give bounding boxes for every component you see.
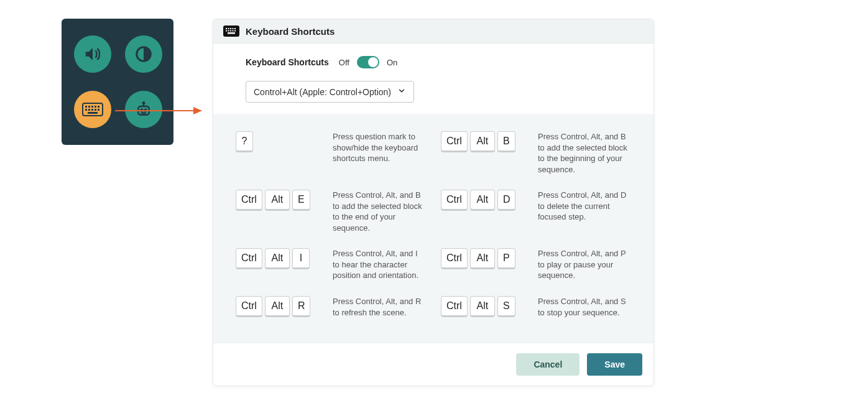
key: Alt (470, 248, 495, 269)
save-button[interactable]: Save (587, 353, 642, 376)
keyboard-icon[interactable] (74, 91, 111, 128)
svg-rect-10 (95, 109, 96, 111)
svg-rect-22 (230, 28, 231, 29)
svg-rect-4 (91, 106, 93, 108)
svg-point-17 (143, 102, 145, 104)
key: Alt (265, 296, 290, 317)
shortcut-item: Ctrl Alt S Press Control, Alt, and S to … (441, 296, 631, 318)
modal-footer: Cancel Save (213, 343, 653, 386)
svg-rect-9 (91, 109, 93, 111)
key: Ctrl (236, 296, 262, 317)
shortcut-item: Ctrl Alt I Press Control, Alt, and I to … (236, 248, 426, 281)
toggle-row: Keyboard Shortcuts Off On (246, 56, 621, 68)
svg-rect-21 (228, 28, 229, 29)
svg-rect-27 (230, 30, 231, 32)
modifier-select[interactable]: Control+Alt (Apple: Control+Option) (246, 81, 414, 103)
shortcut-item: Ctrl Alt B Press Control, Alt, and B to … (441, 131, 631, 175)
key: Ctrl (441, 296, 468, 317)
shortcuts-toggle[interactable] (357, 56, 379, 68)
modifier-select-value: Control+Alt (Apple: Control+Option) (254, 87, 391, 97)
key-combo: Ctrl Alt S (441, 296, 528, 317)
shortcut-desc: Press Control, Alt, and B to add the sel… (333, 190, 426, 233)
key-combo: Ctrl Alt P (441, 248, 528, 269)
key: I (292, 248, 310, 269)
shortcut-desc: Press Control, Alt, and B to add the sel… (538, 131, 631, 175)
key: ? (236, 131, 253, 152)
svg-rect-24 (234, 28, 236, 29)
shortcut-desc: Press Control, Alt, and D to delete the … (538, 190, 631, 223)
svg-rect-23 (233, 28, 234, 29)
shortcut-item: ? Press question mark to show/hide the k… (236, 131, 426, 175)
shortcut-item: Ctrl Alt R Press Control, Alt, and R to … (236, 296, 426, 318)
modal-title: Keyboard Shortcuts (246, 26, 335, 37)
toggle-knob (368, 57, 378, 67)
key: E (292, 190, 310, 211)
svg-rect-12 (88, 112, 98, 114)
key-combo: Ctrl Alt R (236, 296, 323, 317)
keyboard-shortcuts-modal: Keyboard Shortcuts Keyboard Shortcuts Of… (213, 19, 654, 386)
svg-rect-8 (88, 109, 90, 111)
keyboard-header-icon (223, 25, 239, 37)
shortcut-item: Ctrl Alt P Press Control, Alt, and P to … (441, 248, 631, 281)
modal-controls: Keyboard Shortcuts Off On Control+Alt (A… (213, 44, 653, 114)
svg-rect-26 (228, 30, 229, 32)
key: Ctrl (236, 248, 262, 269)
key-combo: Ctrl Alt I (236, 248, 323, 269)
toggle-label: Keyboard Shortcuts (246, 57, 329, 67)
key-combo: Ctrl Alt B (441, 131, 528, 152)
modal-header: Keyboard Shortcuts (213, 19, 653, 44)
settings-palette (62, 19, 173, 145)
key-combo: ? (236, 131, 323, 152)
key: S (497, 296, 515, 317)
shortcut-desc: Press Control, Alt, and I to hear the ch… (333, 248, 426, 281)
svg-rect-5 (95, 106, 96, 108)
svg-rect-30 (228, 32, 235, 34)
toggle-off-text: Off (339, 58, 349, 67)
shortcut-desc: Press Control, Alt, and R to refresh the… (333, 296, 426, 318)
shortcut-item: Ctrl Alt D Press Control, Alt, and D to … (441, 190, 631, 233)
svg-rect-11 (98, 109, 99, 111)
shortcuts-grid: ? Press question mark to show/hide the k… (213, 114, 653, 343)
svg-rect-7 (85, 109, 87, 111)
key: Ctrl (441, 131, 468, 152)
key-combo: Ctrl Alt D (441, 190, 528, 211)
key: Alt (265, 248, 290, 269)
toggle-on-text: On (387, 58, 397, 67)
key: Alt (470, 190, 495, 211)
shortcut-desc: Press Control, Alt, and P to play or pau… (538, 248, 631, 281)
key: P (497, 248, 515, 269)
cancel-button[interactable]: Cancel (516, 353, 579, 376)
key: R (292, 296, 311, 317)
key: Alt (265, 190, 290, 211)
key: Ctrl (236, 190, 262, 211)
svg-rect-20 (226, 28, 227, 29)
svg-rect-3 (88, 106, 90, 108)
key: D (497, 190, 516, 211)
shortcut-desc: Press question mark to show/hide the key… (333, 131, 426, 164)
key: Ctrl (441, 248, 468, 269)
key: B (497, 131, 515, 152)
contrast-icon[interactable] (125, 35, 162, 73)
key: Alt (470, 131, 495, 152)
shortcut-desc: Press Control, Alt, and S to stop your s… (538, 296, 631, 318)
svg-rect-29 (234, 30, 236, 32)
svg-marker-19 (193, 107, 202, 114)
svg-rect-6 (98, 106, 99, 108)
key-combo: Ctrl Alt E (236, 190, 323, 211)
shortcut-item: Ctrl Alt E Press Control, Alt, and B to … (236, 190, 426, 233)
svg-rect-2 (85, 106, 87, 108)
key: Alt (470, 296, 495, 317)
volume-icon[interactable] (74, 35, 111, 73)
key: Ctrl (441, 190, 468, 211)
svg-rect-25 (226, 30, 227, 32)
arrow-icon (115, 106, 202, 116)
svg-rect-28 (233, 30, 234, 32)
chevron-down-icon (397, 86, 406, 97)
